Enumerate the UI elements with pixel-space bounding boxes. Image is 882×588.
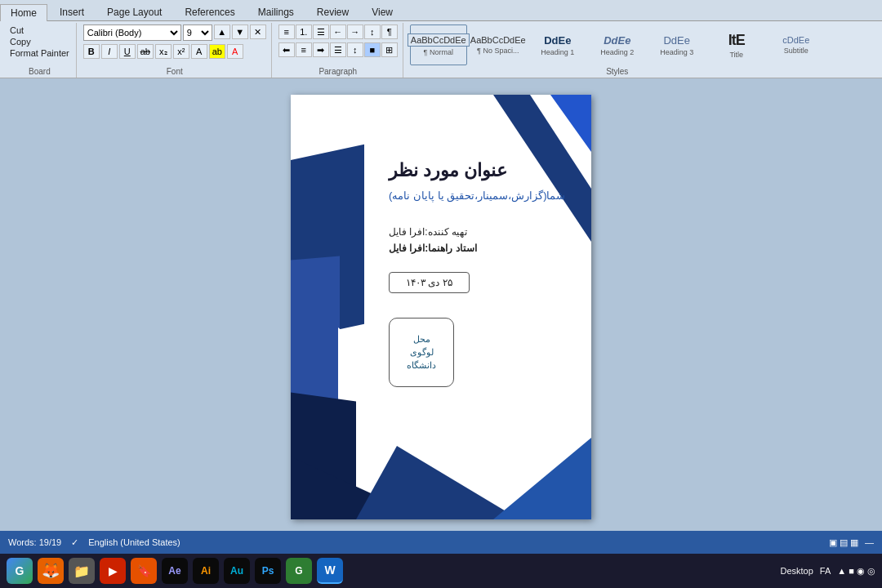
taskbar-ps[interactable]: Ps — [255, 558, 281, 584]
doc-date: ۲۵ دی ۱۴۰۳ — [389, 272, 470, 293]
tab-view[interactable]: View — [361, 3, 403, 20]
font-row2: B I U ab x₂ x² A ab A — [83, 44, 243, 59]
doc-field1: تهیه کننده:افرا فایل — [389, 226, 467, 238]
style-no-spacing[interactable]: AaBbCcDdEe ¶ No Spaci... — [470, 24, 527, 65]
tab-mailings[interactable]: Mailings — [247, 3, 305, 20]
font-size-increase[interactable]: ▲ — [214, 24, 230, 39]
ribbon-tabs: Home Insert Page Layout References Maili… — [0, 0, 882, 21]
taskbar-tray[interactable]: ▲ ■ ◉ ◎ — [837, 566, 875, 577]
borders-button[interactable]: ⊞ — [381, 42, 398, 57]
style-heading2[interactable]: DdEe Heading 2 — [589, 24, 646, 65]
taskbar-au[interactable]: Au — [224, 558, 250, 584]
taskbar-ae[interactable]: Ae — [162, 558, 188, 584]
text-effect-button[interactable]: A — [191, 44, 207, 59]
ribbon: Home Insert Page Layout References Maili… — [0, 0, 882, 78]
doc-field2: استاد راهنما:افرا فایل — [389, 243, 477, 254]
doc-logo-line3: دانشگاه — [407, 360, 436, 371]
style-heading1-preview: DdEe — [544, 34, 571, 47]
style-normal[interactable]: AaBbCcDdEe ¶ Normal — [410, 24, 467, 65]
font-name-select[interactable]: Calibri (Body) — [83, 24, 181, 41]
taskbar-icons: G 🦊 📁 ▶ 🔖 Ae Ai Au Ps G W — [7, 558, 343, 584]
page-content: عنوان مورد نظر شما(گزارش،سمینار،تحقیق یا… — [291, 95, 591, 519]
tab-insert[interactable]: Insert — [49, 3, 95, 20]
style-title[interactable]: ItE Title — [708, 24, 765, 65]
doc-title: عنوان مورد نظر — [389, 160, 507, 181]
font-content: Calibri (Body) 9 ▲ ▼ ✕ B I U ab x₂ x² — [83, 24, 266, 65]
copy-button[interactable]: Copy — [8, 36, 33, 47]
ribbon-body: Cut Copy Format Painter Board Calibri (B… — [0, 21, 882, 78]
taskbar-firefox[interactable]: 🦊 — [38, 558, 64, 584]
justify[interactable]: ☰ — [330, 42, 346, 57]
tab-home[interactable]: Home — [0, 4, 47, 21]
clipboard-group: Cut Copy Format Painter Board — [3, 23, 77, 78]
taskbar-desktop[interactable]: Desktop — [780, 566, 813, 576]
page: عنوان مورد نظر شما(گزارش،سمینار،تحقیق یا… — [291, 95, 591, 519]
clear-format-btn[interactable]: ✕ — [250, 24, 266, 39]
language-status: English (United States) — [88, 537, 180, 547]
sort-button[interactable]: ↕ — [364, 24, 381, 39]
superscript-button[interactable]: x² — [173, 44, 189, 59]
italic-button[interactable]: I — [101, 44, 118, 59]
format-painter-button[interactable]: Format Painter — [8, 47, 71, 59]
highlight-button[interactable]: ab — [209, 44, 225, 59]
style-heading3[interactable]: DdEe Heading 3 — [648, 24, 706, 65]
align-right[interactable]: ➡ — [313, 42, 329, 57]
font-label: Font — [167, 67, 183, 78]
taskbar-folder[interactable]: 📁 — [69, 558, 95, 584]
word-count: Words: 19/19 — [8, 537, 61, 547]
style-heading1[interactable]: DdEe Heading 1 — [529, 24, 586, 65]
paragraph-group: ≡ 1. ☰ ← → ↕ ¶ ⬅ ≡ ➡ ☰ ↕ ■ ⊞ P — [274, 23, 403, 78]
font-size-select[interactable]: 9 — [183, 24, 212, 41]
taskbar-word[interactable]: W — [317, 558, 343, 584]
decrease-indent[interactable]: ← — [330, 24, 346, 39]
doc-logo-line2: لوگوی — [410, 347, 434, 358]
subscript-button[interactable]: x₂ — [155, 44, 172, 59]
underline-button[interactable]: U — [119, 44, 136, 59]
font-color-button[interactable]: A — [227, 44, 243, 59]
taskbar: G 🦊 📁 ▶ 🔖 Ae Ai Au Ps G W Desktop FA ▲ ■… — [0, 554, 882, 588]
font-group: Calibri (Body) 9 ▲ ▼ ✕ B I U ab x₂ x² — [78, 23, 272, 78]
style-normal-preview: AaBbCcDdEe — [408, 33, 470, 47]
style-no-spacing-preview: AaBbCcDdEe — [470, 35, 526, 45]
bold-button[interactable]: B — [83, 44, 100, 59]
align-center[interactable]: ≡ — [296, 42, 312, 57]
style-heading2-preview: DdEe — [604, 34, 630, 47]
taskbar-media[interactable]: ▶ — [100, 558, 126, 584]
view-icons[interactable]: ▣ ▤ ▦ — [829, 537, 858, 548]
increase-indent[interactable]: → — [347, 24, 363, 39]
font-size-decrease[interactable]: ▼ — [232, 24, 248, 39]
paragraph-label: Paragraph — [318, 67, 357, 78]
show-hide-button[interactable]: ¶ — [381, 24, 398, 39]
status-right: ▣ ▤ ▦ — — [829, 537, 874, 548]
align-left[interactable]: ⬅ — [278, 42, 295, 57]
shading-button[interactable]: ■ — [364, 42, 381, 57]
style-heading3-preview: DdEe — [663, 34, 690, 47]
numbering-button[interactable]: 1. — [296, 24, 312, 39]
para-row1: ≡ 1. ☰ ← → ↕ ¶ — [278, 24, 398, 39]
styles-group: AaBbCcDdEe ¶ Normal AaBbCcDdEe ¶ No Spac… — [405, 23, 830, 78]
cut-button[interactable]: Cut — [8, 24, 25, 36]
styles-content: AaBbCcDdEe ¶ Normal AaBbCcDdEe ¶ No Spac… — [410, 24, 825, 65]
paragraph-content: ≡ 1. ☰ ← → ↕ ¶ ⬅ ≡ ➡ ☰ ↕ ■ ⊞ — [278, 24, 398, 65]
taskbar-app5[interactable]: 🔖 — [131, 558, 157, 584]
bullets-button[interactable]: ≡ — [278, 24, 295, 39]
style-subtitle-preview: cDdEe — [782, 35, 809, 45]
line-spacing[interactable]: ↕ — [347, 42, 363, 57]
taskbar-chrome[interactable]: G — [7, 558, 33, 584]
taskbar-lang[interactable]: FA — [820, 566, 831, 576]
tab-page-layout[interactable]: Page Layout — [96, 3, 172, 20]
zoom-level: — — [865, 537, 874, 547]
multilevel-button[interactable]: ☰ — [313, 24, 329, 39]
style-subtitle[interactable]: cDdEe Subtitle — [768, 24, 825, 65]
taskbar-ai[interactable]: Ai — [193, 558, 219, 584]
doc-logo-box: محل لوگوی دانشگاه — [389, 318, 454, 387]
tab-review[interactable]: Review — [306, 3, 359, 20]
strikethrough-button[interactable]: ab — [137, 44, 154, 59]
status-bar: Words: 19/19 ✓ English (United States) ▣… — [0, 531, 882, 554]
taskbar-green[interactable]: G — [286, 558, 312, 584]
status-left: Words: 19/19 ✓ English (United States) — [8, 537, 180, 548]
style-title-preview: ItE — [728, 32, 745, 49]
font-row1: Calibri (Body) 9 ▲ ▼ ✕ — [83, 24, 266, 41]
clipboard-label: Board — [29, 67, 51, 78]
tab-references[interactable]: References — [174, 3, 245, 20]
